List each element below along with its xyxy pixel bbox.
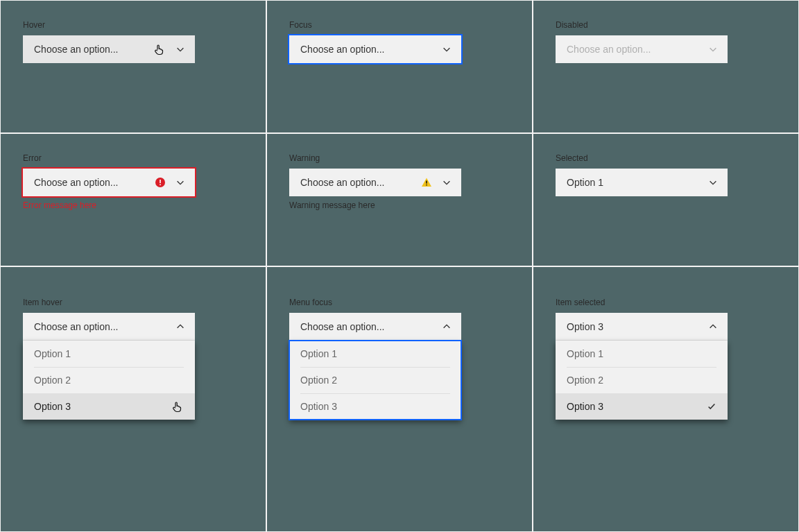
dropdown-open-item-hover[interactable]: Choose an option... Option 1 Option 2 Op… — [23, 313, 195, 420]
cell-selected: Selected Option 1 — [533, 133, 799, 266]
error-help-text: Error message here — [23, 200, 243, 210]
svg-rect-3 — [426, 181, 427, 184]
cursor-hand-icon — [171, 400, 184, 413]
svg-rect-2 — [160, 185, 161, 186]
cell-item-hover: Item hover Choose an option... Option 1 … — [0, 266, 266, 532]
dropdown-open-item-selected[interactable]: Option 3 Option 1 Option 2 Option 3 — [556, 313, 728, 420]
dropdown-header-text: Option 3 — [567, 321, 603, 332]
dropdown-menu: Option 1 Option 2 Option 3 — [556, 341, 728, 420]
menu-item[interactable]: Option 1 — [23, 341, 195, 367]
menu-item[interactable]: Option 2 — [556, 367, 728, 393]
cursor-hand-icon — [153, 43, 166, 55]
menu-item[interactable]: Option 1 — [289, 341, 461, 367]
dropdown-text: Choose an option... — [300, 177, 384, 188]
chevron-down-icon — [442, 178, 452, 187]
cell-hover: Hover Choose an option... — [0, 0, 266, 133]
chevron-up-icon — [442, 322, 452, 332]
dropdown-text: Choose an option... — [567, 44, 651, 55]
cell-menu-focus: Menu focus Choose an option... Option 1 … — [266, 266, 533, 532]
dropdown-header[interactable]: Option 3 — [556, 313, 728, 341]
warning-icon — [421, 177, 432, 188]
svg-rect-4 — [426, 185, 427, 185]
dropdown-header[interactable]: Choose an option... — [289, 313, 461, 341]
state-label: Focus — [289, 20, 510, 30]
dropdown-menu: Option 1 Option 2 Option 3 — [23, 341, 195, 420]
chevron-down-icon — [708, 178, 718, 187]
state-label: Selected — [556, 153, 776, 163]
dropdown-header[interactable]: Choose an option... — [23, 313, 195, 341]
dropdown-text: Choose an option... — [34, 44, 118, 55]
state-label: Item selected — [556, 298, 776, 307]
chevron-down-icon — [708, 44, 718, 54]
state-label: Disabled — [556, 20, 776, 30]
svg-rect-1 — [160, 180, 161, 183]
cell-disabled: Disabled Choose an option... — [533, 0, 799, 133]
chevron-down-icon — [442, 44, 452, 54]
cell-item-selected: Item selected Option 3 Option 1 Option 2… — [533, 266, 799, 532]
state-label: Error — [23, 153, 243, 163]
dropdown-open-menu-focus[interactable]: Choose an option... Option 1 Option 2 Op… — [289, 313, 461, 420]
cell-warning: Warning Choose an option... Warning mess… — [266, 133, 533, 266]
chevron-down-icon — [175, 178, 185, 187]
chevron-up-icon — [708, 322, 718, 332]
dropdown-disabled: Choose an option... — [556, 35, 728, 63]
menu-item-selected[interactable]: Option 3 — [556, 393, 728, 420]
state-label: Warning — [289, 153, 510, 163]
state-label: Item hover — [23, 298, 243, 307]
error-icon — [155, 177, 166, 188]
dropdown-selected[interactable]: Option 1 — [556, 169, 728, 196]
dropdown-text: Option 1 — [567, 177, 603, 188]
dropdown-hover[interactable]: Choose an option... — [23, 35, 195, 63]
dropdown-header-text: Choose an option... — [300, 321, 384, 332]
dropdown-text: Choose an option... — [300, 44, 384, 55]
cell-focus: Focus Choose an option... — [266, 0, 533, 133]
dropdown-text: Choose an option... — [34, 177, 118, 188]
dropdown-menu-focused: Option 1 Option 2 Option 3 — [289, 341, 461, 420]
chevron-down-icon — [175, 44, 185, 54]
dropdown-header-text: Choose an option... — [34, 321, 118, 332]
state-label: Hover — [23, 20, 243, 30]
menu-item[interactable]: Option 2 — [289, 367, 461, 393]
checkmark-icon — [707, 402, 716, 411]
warning-help-text: Warning message here — [289, 200, 510, 210]
chevron-up-icon — [175, 322, 185, 332]
menu-item[interactable]: Option 1 — [556, 341, 728, 367]
menu-item[interactable]: Option 3 — [289, 393, 461, 420]
cell-error: Error Choose an option... Error message … — [0, 133, 266, 266]
dropdown-warning[interactable]: Choose an option... — [289, 169, 461, 196]
dropdown-error[interactable]: Choose an option... — [23, 169, 195, 196]
dropdown-focus[interactable]: Choose an option... — [289, 35, 461, 63]
menu-item[interactable]: Option 2 — [23, 367, 195, 393]
state-label: Menu focus — [289, 298, 510, 307]
menu-item-hovered[interactable]: Option 3 — [23, 393, 195, 420]
